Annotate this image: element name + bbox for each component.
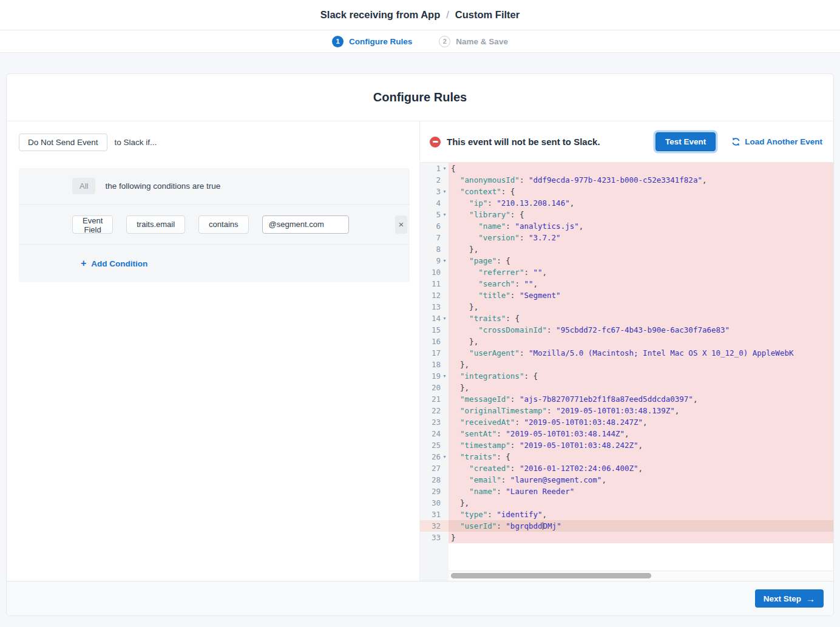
- code-line[interactable]: "created": "2016-01-12T02:24:06.400Z",: [449, 463, 833, 474]
- step-configure-rules[interactable]: 1 Configure Rules: [332, 36, 412, 47]
- line-number: 27: [432, 464, 441, 473]
- code-line[interactable]: {: [449, 163, 833, 174]
- gutter-line: 32: [420, 520, 449, 532]
- line-number: 24: [432, 429, 441, 438]
- gutter-line: 18: [420, 359, 449, 370]
- gutter-line: 14▾: [420, 313, 449, 324]
- code-line[interactable]: "library": {: [449, 209, 833, 220]
- code-line[interactable]: "timestamp": "2019-05-10T01:03:48.242Z",: [449, 439, 833, 451]
- preview-status-text: This event will not be sent to Slack.: [447, 137, 600, 147]
- code-line[interactable]: "referrer": "",: [449, 266, 833, 278]
- line-number: 8: [436, 245, 441, 254]
- code-line[interactable]: "context": {: [449, 186, 833, 197]
- filter-builder-panel: Do Not Send Event to Slack if... All the…: [7, 121, 420, 581]
- line-number: 28: [432, 475, 441, 484]
- code-line[interactable]: "userAgent": "Mozilla/5.0 (Macintosh; In…: [449, 347, 833, 359]
- gutter-line: 1▾: [420, 163, 449, 174]
- fold-toggle-icon[interactable]: ▾: [441, 454, 449, 459]
- line-number: 2: [436, 175, 441, 185]
- load-another-event-link[interactable]: Load Another Event: [731, 137, 822, 146]
- code-line[interactable]: "messageId": "ajs-7b8270771eb2f1f8a87eed…: [449, 393, 833, 405]
- code-line[interactable]: "traits": {: [449, 451, 833, 463]
- condition-operator-button[interactable]: contains: [198, 215, 248, 234]
- code-line[interactable]: "version": "3.7.2": [449, 232, 833, 243]
- code-line[interactable]: "email": "lauren@segment.com",: [449, 474, 833, 486]
- code-line[interactable]: "anonymousId": "ddf9ecda-977b-4231-b000-…: [449, 174, 833, 186]
- gutter-line: 26▾: [420, 451, 449, 463]
- preview-header: This event will not be sent to Slack. Te…: [420, 121, 833, 163]
- code-line[interactable]: },: [449, 301, 833, 313]
- gutter-line: 23: [420, 416, 449, 428]
- plus-icon: +: [81, 258, 86, 269]
- gutter-line: 8: [420, 243, 449, 255]
- blocked-minus-icon: [430, 137, 441, 147]
- step-name-save[interactable]: 2 Name & Save: [439, 36, 508, 47]
- gutter-line: 13: [420, 301, 449, 313]
- condition-field-path-button[interactable]: traits.email: [126, 215, 185, 234]
- gutter-line: 19▾: [420, 370, 449, 382]
- breadcrumb-primary[interactable]: Slack receiving from App: [320, 9, 440, 21]
- fold-toggle-icon[interactable]: ▾: [441, 258, 449, 263]
- line-number: 16: [432, 337, 441, 346]
- gutter-line: 33: [420, 532, 449, 543]
- code-line[interactable]: "type": "identify",: [449, 509, 833, 520]
- fold-toggle-icon[interactable]: ▾: [441, 316, 449, 321]
- code-line[interactable]: },: [449, 359, 833, 370]
- match-mode-badge[interactable]: All: [72, 178, 95, 194]
- line-number: 31: [432, 510, 441, 519]
- code-line[interactable]: "receivedAt": "2019-05-10T01:03:48.247Z"…: [449, 416, 833, 428]
- remove-condition-button[interactable]: ×: [395, 215, 408, 234]
- add-condition-link[interactable]: Add Condition: [91, 259, 147, 268]
- code-line[interactable]: "sentAt": "2019-05-10T01:03:48.144Z",: [449, 428, 833, 439]
- gutter-line: 3▾: [420, 186, 449, 197]
- code-line[interactable]: "crossDomainId": "95cbdd72-fc67-4b43-b90…: [449, 324, 833, 336]
- conditions-header: All the following conditions are true: [19, 168, 410, 205]
- line-number: 12: [432, 291, 441, 300]
- code-line[interactable]: "name": "Lauren Reeder": [449, 486, 833, 497]
- condition-value-input[interactable]: [262, 215, 349, 234]
- scrollbar-thumb[interactable]: [451, 573, 651, 578]
- gutter-line: 9▾: [420, 255, 449, 266]
- line-number: 23: [432, 418, 441, 427]
- test-event-button[interactable]: Test Event: [655, 132, 716, 151]
- next-step-button[interactable]: Next Step →: [755, 589, 824, 608]
- match-mode-text: the following conditions are true: [105, 181, 220, 191]
- fold-toggle-icon[interactable]: ▾: [441, 212, 449, 217]
- code-line[interactable]: "originalTimestamp": "2019-05-10T01:03:4…: [449, 405, 833, 416]
- line-number: 13: [432, 302, 441, 311]
- code-line[interactable]: "userId": "bgrqbddDMj": [449, 520, 833, 532]
- code-line[interactable]: }: [449, 532, 833, 543]
- line-number: 5: [436, 210, 441, 219]
- step-2-badge: 2: [439, 36, 450, 47]
- line-number: 26: [432, 452, 441, 461]
- code-line[interactable]: "title": "Segment": [449, 290, 833, 301]
- editor-code[interactable]: { "anonymousId": "ddf9ecda-977b-4231-b00…: [449, 163, 833, 571]
- line-number: 22: [432, 406, 441, 415]
- editor-horizontal-scrollbar[interactable]: [449, 571, 833, 581]
- code-line[interactable]: },: [449, 497, 833, 509]
- line-number: 25: [432, 441, 441, 450]
- code-line[interactable]: "traits": {: [449, 313, 833, 324]
- code-line[interactable]: "page": {: [449, 255, 833, 266]
- gutter-line: 2: [420, 174, 449, 186]
- filter-action-button[interactable]: Do Not Send Event: [19, 134, 107, 151]
- code-line[interactable]: "integrations": {: [449, 370, 833, 382]
- code-line[interactable]: "search": "",: [449, 278, 833, 290]
- condition-field-type-button[interactable]: Event Field: [72, 215, 113, 234]
- line-number: 3: [436, 187, 441, 196]
- gutter-line: 5▾: [420, 209, 449, 220]
- fold-toggle-icon[interactable]: ▾: [441, 373, 449, 379]
- line-number: 33: [432, 533, 441, 542]
- steps-nav: 1 Configure Rules 2 Name & Save: [0, 30, 840, 53]
- gutter-line: 10: [420, 266, 449, 278]
- code-line[interactable]: },: [449, 382, 833, 393]
- close-icon: ×: [399, 219, 404, 229]
- code-line[interactable]: "ip": "210.13.208.146",: [449, 197, 833, 209]
- code-line[interactable]: },: [449, 243, 833, 255]
- conditions-box: All the following conditions are true Ev…: [19, 168, 410, 282]
- json-editor[interactable]: 1▾23▾45▾6789▾1011121314▾1516171819▾20212…: [420, 163, 833, 571]
- code-line[interactable]: "name": "analytics.js",: [449, 220, 833, 232]
- fold-toggle-icon[interactable]: ▾: [441, 166, 449, 171]
- code-line[interactable]: },: [449, 336, 833, 347]
- fold-toggle-icon[interactable]: ▾: [441, 189, 449, 194]
